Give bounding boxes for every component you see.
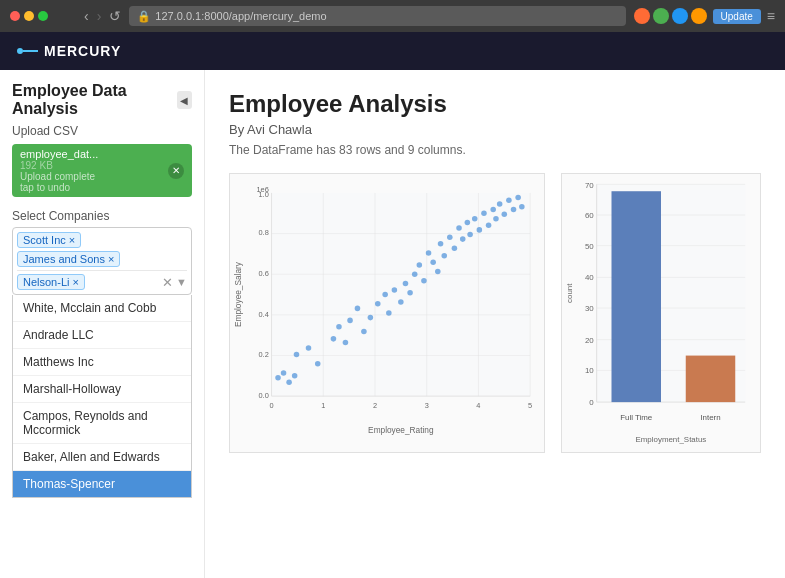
svg-point-69 bbox=[275, 375, 281, 381]
main-content: Employee Data Analysis ◀ Upload CSV empl… bbox=[0, 70, 785, 578]
companies-label: Select Companies bbox=[12, 209, 192, 223]
svg-point-34 bbox=[361, 329, 367, 335]
svg-text:0.0: 0.0 bbox=[259, 391, 269, 400]
upload-size: 192 KB bbox=[20, 160, 98, 171]
upload-label: Upload CSV bbox=[12, 124, 192, 138]
svg-point-29 bbox=[331, 336, 337, 342]
svg-point-58 bbox=[477, 227, 483, 233]
dropdown-item-0[interactable]: White, Mcclain and Cobb bbox=[13, 295, 191, 322]
back-icon[interactable]: ‹ bbox=[84, 8, 89, 24]
svg-text:70: 70 bbox=[585, 181, 594, 190]
tag-remove-scott-inc[interactable]: × bbox=[69, 235, 75, 246]
svg-point-28 bbox=[315, 361, 321, 367]
svg-point-67 bbox=[515, 195, 521, 201]
svg-point-26 bbox=[294, 352, 300, 358]
dropdown-item-6[interactable]: Thomas-Spencer bbox=[13, 471, 191, 497]
tag-nelson-li[interactable]: Nelson-Li × bbox=[17, 274, 85, 290]
browser-chrome: ‹ › ↺ 🔒 127.0.0.1:8000/app/mercury_demo … bbox=[0, 0, 785, 32]
logo-area: MERCURY bbox=[16, 43, 121, 59]
collapse-button[interactable]: ◀ bbox=[177, 91, 192, 109]
tag-remove-nelson-li[interactable]: × bbox=[72, 277, 78, 288]
svg-point-44 bbox=[417, 262, 423, 268]
svg-point-35 bbox=[368, 315, 374, 321]
upload-close-button[interactable]: ✕ bbox=[168, 163, 184, 179]
analysis-title: Employee Analysis bbox=[229, 90, 761, 118]
tag-scott-inc[interactable]: Scott Inc × bbox=[17, 232, 81, 248]
select-dropdown-button[interactable]: ▼ bbox=[176, 276, 187, 288]
svg-point-41 bbox=[403, 281, 409, 287]
dropdown-item-3[interactable]: Marshall-Holloway bbox=[13, 376, 191, 403]
svg-text:0.6: 0.6 bbox=[259, 269, 269, 278]
svg-text:0: 0 bbox=[270, 401, 274, 410]
main-panel: Employee Analysis By Avi Chawla The Data… bbox=[205, 70, 785, 578]
svg-text:Employment_Status: Employment_Status bbox=[636, 435, 707, 444]
dropdown-item-5[interactable]: Baker, Allen and Edwards bbox=[13, 444, 191, 471]
upload-status: Upload complete bbox=[20, 171, 98, 182]
bar-svg: 0 10 20 30 40 50 60 70 count Employment_… bbox=[562, 174, 760, 452]
svg-text:3: 3 bbox=[425, 401, 429, 410]
dot-minimize[interactable] bbox=[24, 11, 34, 21]
refresh-icon[interactable]: ↺ bbox=[109, 8, 121, 24]
svg-point-59 bbox=[481, 210, 487, 216]
dropdown-item-2[interactable]: Matthews Inc bbox=[13, 349, 191, 376]
svg-point-68 bbox=[519, 204, 525, 210]
upload-status2: tap to undo bbox=[20, 182, 98, 193]
svg-text:30: 30 bbox=[585, 304, 594, 313]
svg-point-37 bbox=[382, 292, 388, 298]
upload-filename: employee_dat... bbox=[20, 148, 98, 160]
analysis-meta: The DataFrame has 83 rows and 9 columns. bbox=[229, 143, 761, 157]
selected-tags: Scott Inc × James and Sons × bbox=[17, 232, 187, 267]
dropdown-item-1[interactable]: Andrade LLC bbox=[13, 322, 191, 349]
dot-close[interactable] bbox=[10, 11, 20, 21]
svg-point-50 bbox=[441, 253, 447, 259]
svg-text:10: 10 bbox=[585, 366, 594, 375]
app-header: MERCURY bbox=[0, 32, 785, 70]
svg-text:0: 0 bbox=[589, 398, 594, 407]
svg-point-57 bbox=[472, 216, 478, 222]
select-search-input[interactable] bbox=[88, 276, 162, 288]
forward-icon[interactable]: › bbox=[97, 8, 102, 24]
svg-point-47 bbox=[430, 259, 436, 265]
svg-point-61 bbox=[490, 207, 496, 213]
svg-point-48 bbox=[435, 269, 441, 275]
svg-text:20: 20 bbox=[585, 336, 594, 345]
svg-text:0.4: 0.4 bbox=[259, 310, 269, 319]
menu-icon[interactable]: ≡ bbox=[767, 8, 775, 24]
tag-remove-james-sons[interactable]: × bbox=[108, 254, 114, 265]
svg-point-32 bbox=[347, 318, 353, 324]
scatter-chart: Employee_Salary Employee_Rating 1e6 0.0 … bbox=[229, 173, 545, 453]
svg-point-64 bbox=[502, 211, 508, 217]
update-button[interactable]: Update bbox=[713, 9, 761, 24]
bar-chart: 0 10 20 30 40 50 60 70 count Employment_… bbox=[561, 173, 761, 453]
analysis-author: By Avi Chawla bbox=[229, 122, 761, 137]
browser-actions: Update ≡ bbox=[634, 8, 775, 24]
svg-text:50: 50 bbox=[585, 242, 594, 251]
svg-point-54 bbox=[460, 236, 466, 242]
dropdown-item-4[interactable]: Campos, Reynolds and Mccormick bbox=[13, 403, 191, 444]
svg-point-65 bbox=[506, 198, 512, 204]
svg-text:0.2: 0.2 bbox=[259, 350, 269, 359]
svg-point-49 bbox=[438, 241, 444, 247]
svg-point-53 bbox=[456, 225, 462, 231]
browser-dots bbox=[10, 11, 48, 21]
svg-text:Full Time: Full Time bbox=[620, 413, 653, 422]
svg-point-66 bbox=[511, 207, 517, 213]
svg-text:1: 1 bbox=[321, 401, 325, 410]
svg-point-45 bbox=[421, 278, 427, 284]
svg-point-42 bbox=[407, 290, 413, 296]
bar-full-time bbox=[612, 191, 662, 402]
select-clear-button[interactable]: ✕ bbox=[162, 275, 173, 290]
sidebar-title-text: Employee Data Analysis bbox=[12, 82, 171, 118]
multi-select[interactable]: Scott Inc × James and Sons × Nelson-Li × bbox=[12, 227, 192, 295]
svg-point-51 bbox=[447, 235, 453, 241]
tag-label: James and Sons bbox=[23, 253, 105, 265]
address-bar[interactable]: 🔒 127.0.0.1:8000/app/mercury_demo bbox=[129, 6, 625, 26]
tag-label: Nelson-Li bbox=[23, 276, 69, 288]
tag-james-sons[interactable]: James and Sons × bbox=[17, 251, 120, 267]
select-input-row: Nelson-Li × ✕ ▼ bbox=[17, 270, 187, 290]
charts-row: Employee_Salary Employee_Rating 1e6 0.0 … bbox=[229, 173, 761, 453]
svg-point-72 bbox=[292, 373, 298, 379]
scatter-svg: Employee_Salary Employee_Rating 1e6 0.0 … bbox=[230, 174, 544, 452]
dot-maximize[interactable] bbox=[38, 11, 48, 21]
svg-text:5: 5 bbox=[528, 401, 532, 410]
